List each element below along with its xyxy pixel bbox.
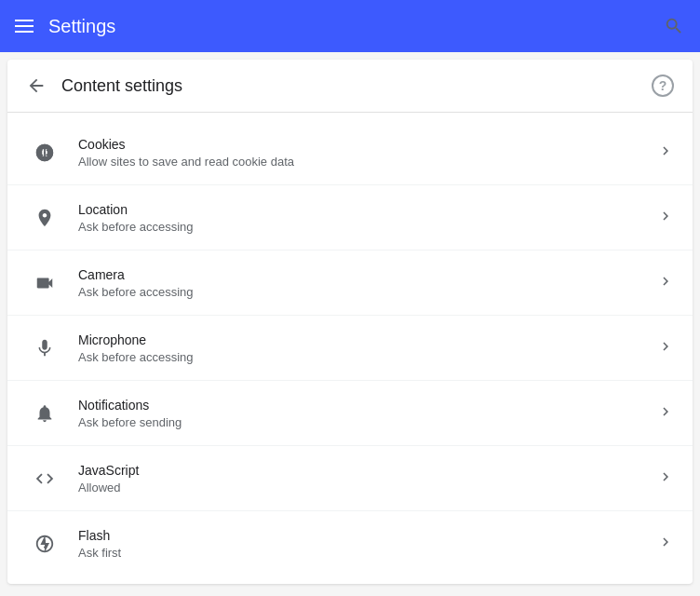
- help-label: ?: [659, 78, 667, 93]
- cookies-text: Cookies Allow sites to save and read coo…: [78, 137, 657, 169]
- svg-point-3: [46, 154, 47, 156]
- camera-text: Camera Ask before accessing: [78, 267, 657, 299]
- notifications-subtitle: Ask before sending: [78, 415, 657, 429]
- notifications-text: Notifications Ask before sending: [78, 398, 657, 429]
- location-chevron: [657, 208, 674, 228]
- content-card: Content settings ? Cookies: [7, 60, 693, 584]
- microphone-icon: [26, 338, 63, 359]
- flash-subtitle: Ask first: [78, 546, 657, 560]
- help-button[interactable]: ?: [652, 74, 674, 97]
- flash-icon: [26, 534, 63, 554]
- cookies-chevron: [657, 142, 674, 163]
- settings-item-javascript[interactable]: JavaScript Allowed: [7, 446, 693, 511]
- javascript-chevron: [657, 468, 674, 489]
- settings-item-flash[interactable]: Flash Ask first: [7, 511, 693, 576]
- settings-item-camera[interactable]: Camera Ask before accessing: [7, 251, 693, 316]
- cookies-subtitle: Allow sites to save and read cookie data: [78, 155, 657, 169]
- flash-chevron: [657, 534, 674, 554]
- microphone-chevron: [657, 338, 674, 359]
- notifications-icon: [26, 403, 63, 424]
- settings-list: Cookies Allow sites to save and read coo…: [7, 113, 693, 584]
- notifications-title: Notifications: [78, 398, 657, 413]
- notifications-chevron: [657, 403, 674, 424]
- microphone-subtitle: Ask before accessing: [78, 350, 657, 364]
- settings-item-cookies[interactable]: Cookies Allow sites to save and read coo…: [7, 120, 693, 185]
- javascript-title: JavaScript: [78, 463, 657, 478]
- search-button[interactable]: [663, 15, 685, 37]
- settings-item-microphone[interactable]: Microphone Ask before accessing: [7, 316, 693, 381]
- flash-text: Flash Ask first: [78, 528, 657, 560]
- location-icon: [26, 208, 63, 228]
- microphone-title: Microphone: [78, 332, 657, 347]
- camera-title: Camera: [78, 267, 657, 282]
- cookies-icon: [26, 142, 63, 163]
- javascript-icon: [26, 468, 63, 489]
- settings-item-notifications[interactable]: Notifications Ask before sending: [7, 381, 693, 446]
- camera-subtitle: Ask before accessing: [78, 285, 657, 299]
- svg-point-2: [41, 154, 43, 156]
- sub-header-left: Content settings: [26, 75, 182, 96]
- settings-item-location[interactable]: Location Ask before accessing: [7, 185, 693, 251]
- svg-point-0: [41, 148, 43, 150]
- menu-icon[interactable]: [15, 20, 34, 33]
- cookies-title: Cookies: [78, 137, 657, 152]
- javascript-subtitle: Allowed: [78, 481, 657, 494]
- sub-header: Content settings ?: [7, 60, 693, 113]
- microphone-text: Microphone Ask before accessing: [78, 332, 657, 364]
- location-text: Location Ask before accessing: [78, 202, 657, 234]
- page-title: Content settings: [61, 76, 182, 96]
- app-header: Settings: [0, 0, 700, 52]
- javascript-text: JavaScript Allowed: [78, 463, 657, 494]
- location-title: Location: [78, 202, 657, 217]
- flash-title: Flash: [78, 528, 657, 543]
- location-subtitle: Ask before accessing: [78, 220, 657, 234]
- svg-point-1: [47, 149, 48, 151]
- camera-chevron: [657, 273, 674, 293]
- header-left: Settings: [15, 16, 115, 37]
- app-title: Settings: [48, 16, 115, 37]
- camera-icon: [26, 273, 63, 293]
- svg-point-4: [44, 151, 46, 153]
- back-button[interactable]: [26, 75, 47, 96]
